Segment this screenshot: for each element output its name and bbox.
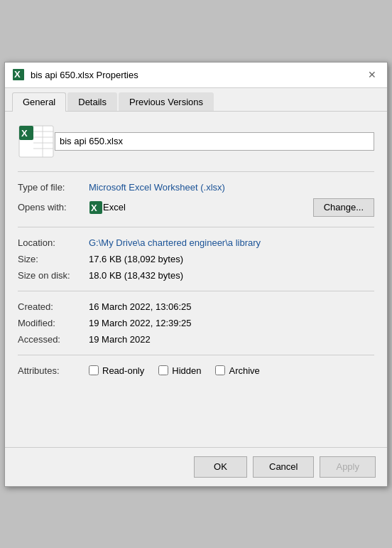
svg-text:X: X: [91, 203, 97, 213]
size-disk-value: 18.0 KB (18,432 bytes): [89, 270, 374, 281]
archive-label: Archive: [229, 365, 259, 376]
modified-label: Modified:: [18, 318, 89, 328]
size-row: Size: 17.6 KB (18,092 bytes): [18, 251, 374, 267]
tab-bar: General Details Previous Versions: [5, 88, 387, 112]
size-disk-row: Size on disk: 18.0 KB (18,432 bytes): [18, 267, 374, 284]
window-title: bis api 650.xlsx Properties: [31, 70, 364, 80]
tab-previous-versions[interactable]: Previous Versions: [119, 92, 214, 111]
tab-general[interactable]: General: [12, 92, 66, 112]
hidden-label: Hidden: [172, 365, 201, 376]
hidden-checkbox-item[interactable]: Hidden: [158, 365, 201, 376]
modified-value: 19 March 2022, 12:39:25: [89, 318, 374, 328]
spacer: [5, 390, 387, 447]
attributes-row: Attributes: Read-only Hidden Archive: [18, 362, 374, 379]
size-disk-label: Size on disk:: [18, 270, 89, 281]
apply-button[interactable]: Apply: [320, 456, 376, 478]
opens-with-label: Opens with:: [18, 202, 89, 213]
close-button[interactable]: ✕: [364, 67, 380, 82]
archive-checkbox[interactable]: [215, 365, 225, 375]
svg-text:X: X: [21, 128, 28, 139]
readonly-label: Read-only: [102, 365, 144, 376]
type-value: Microsoft Excel Worksheet (.xlsx): [89, 182, 374, 193]
file-icon: X: [18, 123, 55, 160]
location-label: Location:: [18, 237, 89, 248]
file-header: X: [18, 123, 374, 160]
type-row: Type of file: Microsoft Excel Worksheet …: [18, 179, 374, 195]
file-name-input[interactable]: [55, 132, 374, 151]
accessed-value: 19 March 2022: [89, 334, 374, 345]
accessed-label: Accessed:: [18, 334, 89, 345]
hidden-checkbox[interactable]: [158, 365, 168, 375]
app-name: Excel: [103, 202, 313, 213]
archive-checkbox-item[interactable]: Archive: [215, 365, 259, 376]
location-value: G:\My Drive\a chartered engineer\a libra…: [89, 237, 374, 248]
type-label: Type of file:: [18, 182, 89, 193]
location-row: Location: G:\My Drive\a chartered engine…: [18, 235, 374, 251]
title-bar: X bis api 650.xlsx Properties ✕: [5, 63, 387, 88]
divider-1: [18, 171, 374, 172]
divider-2: [18, 227, 374, 227]
divider-4: [18, 355, 374, 355]
properties-window: X bis api 650.xlsx Properties ✕ General …: [4, 62, 388, 487]
modified-row: Modified: 19 March 2022, 12:39:25: [18, 315, 374, 331]
created-row: Created: 16 March 2022, 13:06:25: [18, 299, 374, 315]
title-icon: X: [12, 68, 25, 81]
divider-3: [18, 291, 374, 291]
opens-with-app: X Excel Change...: [89, 198, 374, 217]
svg-text:X: X: [14, 69, 21, 80]
content-area: X Type of file: Microsoft Excel Workshee…: [5, 112, 387, 390]
accessed-row: Accessed: 19 March 2022: [18, 331, 374, 348]
excel-app-icon: X: [89, 200, 103, 215]
change-button[interactable]: Change...: [313, 198, 374, 217]
attributes-label: Attributes:: [18, 365, 89, 376]
size-label: Size:: [18, 254, 89, 264]
footer: OK Cancel Apply: [5, 447, 387, 486]
readonly-checkbox-item[interactable]: Read-only: [89, 365, 144, 376]
cancel-button[interactable]: Cancel: [253, 456, 314, 478]
readonly-checkbox[interactable]: [89, 365, 99, 375]
opens-with-row: Opens with: X Excel Change...: [18, 195, 374, 220]
created-label: Created:: [18, 301, 89, 312]
size-value: 17.6 KB (18,092 bytes): [89, 254, 374, 264]
checkbox-group: Read-only Hidden Archive: [89, 365, 260, 376]
ok-button[interactable]: OK: [194, 456, 247, 478]
created-value: 16 March 2022, 13:06:25: [89, 301, 374, 312]
tab-details[interactable]: Details: [67, 92, 117, 111]
